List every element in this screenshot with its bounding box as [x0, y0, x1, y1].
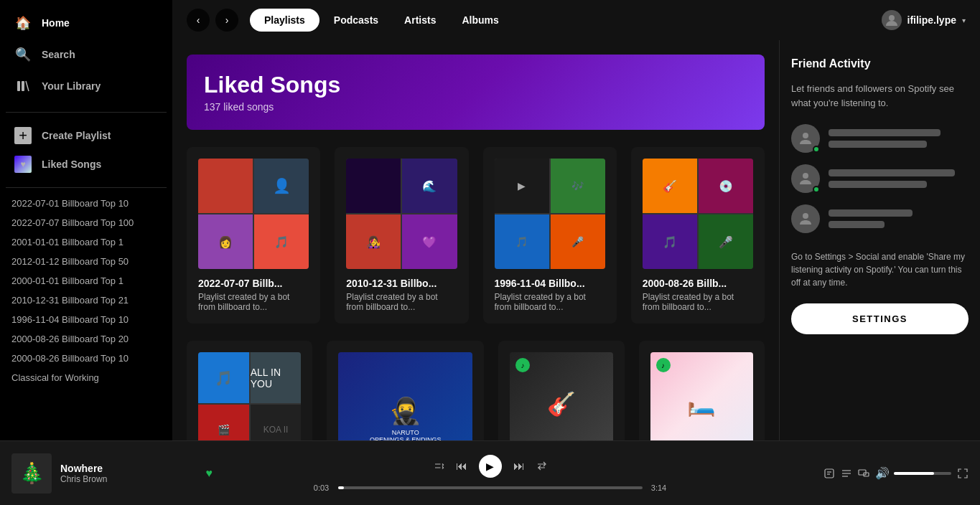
svg-point-4 — [803, 173, 808, 179]
library-item[interactable]: 2001-01-01 Billboard Top 1 — [0, 232, 172, 252]
sidebar-item-home[interactable]: 🏠 Home — [6, 7, 167, 39]
progress-bar-fill — [338, 486, 344, 489]
devices-button[interactable] — [858, 468, 869, 479]
repeat-button[interactable] — [536, 461, 548, 472]
svg-rect-0 — [17, 81, 20, 91]
sidebar-item-library[interactable]: Your Library — [6, 70, 167, 102]
player-track-artist: Chris Brown — [60, 474, 197, 484]
volume-bar[interactable] — [894, 472, 951, 475]
library-item[interactable]: 2022-07-07 Billboard Top 100 — [0, 213, 172, 232]
friend-status-dot — [813, 146, 820, 153]
sidebar-divider — [6, 112, 167, 113]
volume-bar-fill — [894, 472, 934, 475]
library-icon — [14, 77, 32, 95]
top-bar-right: ifilipe.lype ▾ — [882, 10, 966, 30]
liked-songs-label: Liked Songs — [42, 159, 101, 170]
sidebar-nav: 🏠 Home 🔍 Search Your Library — [0, 0, 172, 109]
friend-info-line — [829, 141, 927, 148]
library-item[interactable]: 1996-11-04 Billboard Top 10 — [0, 310, 172, 329]
user-name[interactable]: ifilipe.lype — [907, 14, 956, 26]
liked-songs-icon: ♥ — [14, 156, 32, 173]
playlist-card[interactable]: 🎸 💿 🎵 🎤 2000-08-26 Billb... Playlist cre… — [631, 147, 765, 324]
progress-bar[interactable] — [338, 486, 643, 489]
playlist-card-desc: Playlist created by a bot from billboard… — [198, 292, 309, 312]
lyrics-button[interactable] — [823, 468, 835, 479]
liked-songs-item[interactable]: ♥ Liked Songs — [6, 150, 167, 179]
volume-icon[interactable]: 🔊 — [875, 466, 890, 480]
playlist-card[interactable]: 👤 👩 🎵 2022-07-07 Billb... Playlist creat… — [187, 147, 320, 324]
player-controls: ⏮ ▶ ⏭ 0:03 3:14 — [213, 455, 767, 492]
library-item[interactable]: 2000-01-01 Billboard Top 1 — [0, 271, 172, 291]
tab-podcasts[interactable]: Podcasts — [322, 9, 390, 32]
time-current: 0:03 — [311, 483, 332, 492]
like-icon[interactable]: ♥ — [206, 467, 213, 480]
playlist-card-title: 2010-12-31 Billbo... — [346, 278, 457, 289]
friend-info-line — [829, 169, 955, 176]
playlist-card-title: 2022-07-07 Billb... — [198, 278, 309, 289]
create-playlist-item[interactable]: + Create Playlist — [6, 121, 167, 150]
main-content: ‹ › Playlists Podcasts Artists Albums if… — [172, 0, 980, 440]
chevron-down-icon: ▾ — [962, 16, 966, 24]
create-playlist-icon: + — [14, 127, 32, 144]
playlist-card[interactable]: 🌊 👩‍🎤 💜 2010-12-31 Billbo... Playlist cr… — [335, 147, 468, 324]
svg-rect-6 — [825, 469, 834, 478]
player-bar: 🎄 Nowhere Chris Brown ♥ ⏮ ▶ ⏭ 0:03 — [0, 440, 980, 505]
svg-point-2 — [889, 15, 895, 21]
playlist-card-image: ▶ 🎶 🎵 🎤 — [495, 159, 605, 269]
library-item[interactable]: 2000-08-26 Billboard Top 20 — [0, 329, 172, 349]
top-nav-tabs: Playlists Podcasts Artists Albums — [250, 9, 510, 32]
liked-songs-info: Liked Songs 137 liked songs — [204, 72, 340, 113]
svg-point-5 — [803, 213, 808, 219]
player-album-art: 🎄 — [11, 453, 52, 494]
home-icon: 🏠 — [14, 14, 32, 32]
playlist-card[interactable]: 🎵 ALL IN YOU 🎬 KOA II Playlist — [187, 341, 312, 440]
playlist-card-desc: Playlist created by a bot from billboard… — [643, 292, 753, 312]
sidebar-item-search[interactable]: 🔍 Search — [6, 39, 167, 70]
tab-artists[interactable]: Artists — [393, 9, 447, 32]
player-buttons: ⏮ ▶ ⏭ — [433, 455, 548, 478]
top-bar: ‹ › Playlists Podcasts Artists Albums if… — [172, 0, 980, 40]
play-pause-button[interactable]: ▶ — [479, 455, 502, 478]
playlist-card-desc: Playlist created by a bot from billboard… — [346, 292, 457, 312]
svg-rect-1 — [22, 81, 24, 91]
friend-avatar — [791, 204, 820, 233]
player-progress: 0:03 3:14 — [311, 483, 670, 492]
library-item[interactable]: 2000-08-26 Billboard Top 10 — [0, 349, 172, 368]
friend-avatar-wrap — [791, 204, 820, 233]
playlist-grid-1: 👤 👩 🎵 2022-07-07 Billb... Playlist creat… — [187, 147, 765, 324]
library-item[interactable]: Classical for Working — [0, 368, 172, 387]
friend-avatar-list — [791, 124, 969, 233]
player-track-info: 🎄 Nowhere Chris Brown ♥ — [11, 453, 213, 494]
playlist-card[interactable]: ▶ 🎶 🎵 🎤 1996-11-04 Billbo... Playlist cr… — [483, 147, 617, 324]
friend-item — [791, 164, 969, 193]
library-item[interactable]: 2022-07-01 Billboard Top 10 — [0, 194, 172, 213]
nav-back-button[interactable]: ‹ — [187, 9, 210, 32]
playlist-card[interactable]: 🎸 ♪ Metal Mix — [498, 341, 624, 440]
liked-songs-banner[interactable]: Liked Songs 137 liked songs — [187, 55, 765, 130]
time-total: 3:14 — [648, 483, 670, 492]
previous-button[interactable]: ⏮ — [456, 460, 467, 473]
queue-button[interactable] — [841, 468, 852, 479]
library-item[interactable]: 2010-12-31 Billboard Top 21 — [0, 291, 172, 310]
library-item[interactable]: 2012-01-12 Billboard Top 50 — [0, 252, 172, 271]
shuffle-button[interactable] — [433, 461, 444, 472]
playlist-card-desc: Playlist created by a bot from billboard… — [495, 292, 605, 312]
player-track-text: Nowhere Chris Brown — [60, 463, 197, 484]
settings-button[interactable]: SETTINGS — [791, 303, 969, 334]
friend-item — [791, 204, 969, 233]
playlist-card[interactable]: 🥷 NARUTOOPENINGS & ENDINGS Naruto Openin… — [327, 341, 484, 440]
fullscreen-button[interactable] — [957, 468, 969, 479]
tab-playlists[interactable]: Playlists — [250, 9, 319, 32]
next-button[interactable]: ⏭ — [513, 460, 525, 473]
friend-avatar-wrap — [791, 124, 820, 153]
nav-forward-button[interactable]: › — [215, 9, 238, 32]
content-area: Liked Songs 137 liked songs 👤 👩 🎵 — [172, 40, 980, 440]
playlist-card[interactable]: 🛏️ ♪ Daily Mix 2 — [639, 341, 765, 440]
friend-info-line — [829, 209, 913, 217]
playlist-card-image: 🌊 👩‍🎤 💜 — [346, 159, 457, 269]
tab-albums[interactable]: Albums — [450, 9, 510, 32]
player-right-controls: 🔊 — [767, 466, 969, 480]
friend-activity-desc: Let friends and followers on Spotify see… — [791, 82, 969, 110]
sidebar-divider-2 — [6, 187, 167, 188]
friend-info-lines — [829, 169, 969, 188]
